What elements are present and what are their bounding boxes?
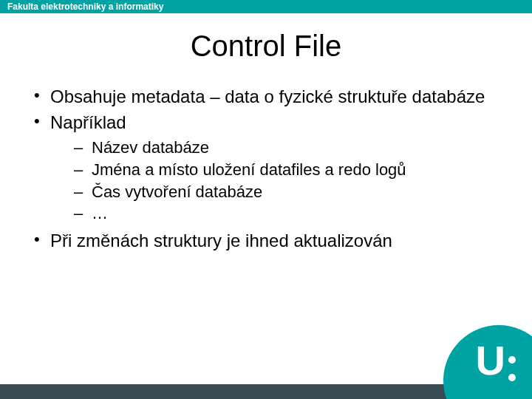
bullet-item: Obsahuje metadata – data o fyzické struk… — [30, 85, 502, 108]
logo-letter: U — [476, 336, 505, 384]
slide-content: Obsahuje metadata – data o fyzické struk… — [0, 85, 532, 252]
header-bar: Fakulta elektrotechniky a informatiky — [0, 0, 532, 15]
slide-title: Control File — [0, 30, 532, 63]
sub-item: … — [74, 202, 502, 225]
sub-text: … — [92, 204, 108, 222]
logo-dot-icon — [508, 356, 516, 364]
sub-item: Název databáze — [74, 137, 502, 159]
university-logo: U — [443, 318, 532, 399]
bullet-list: Obsahuje metadata – data o fyzické struk… — [30, 85, 502, 252]
faculty-name: Fakulta elektrotechniky a informatiky — [7, 1, 163, 12]
bullet-item: Při změnách struktury je ihned aktualizo… — [30, 229, 502, 252]
logo-dot-icon — [508, 374, 516, 381]
bullet-text: Například — [50, 112, 126, 132]
sub-item: Čas vytvoření databáze — [74, 181, 502, 203]
sub-list: Název databáze Jména a místo uložení dat… — [50, 137, 502, 225]
sub-text: Název databáze — [92, 138, 209, 157]
bullet-item: Například Název databáze Jména a místo u… — [30, 111, 502, 225]
sub-text: Jména a místo uložení datafiles a redo l… — [92, 160, 406, 179]
bullet-text: Při změnách struktury je ihned aktualizo… — [50, 231, 392, 250]
bullet-text: Obsahuje metadata – data o fyzické struk… — [50, 86, 485, 106]
sub-text: Čas vytvoření databáze — [92, 183, 262, 201]
sub-item: Jména a místo uložení datafiles a redo l… — [74, 159, 502, 181]
